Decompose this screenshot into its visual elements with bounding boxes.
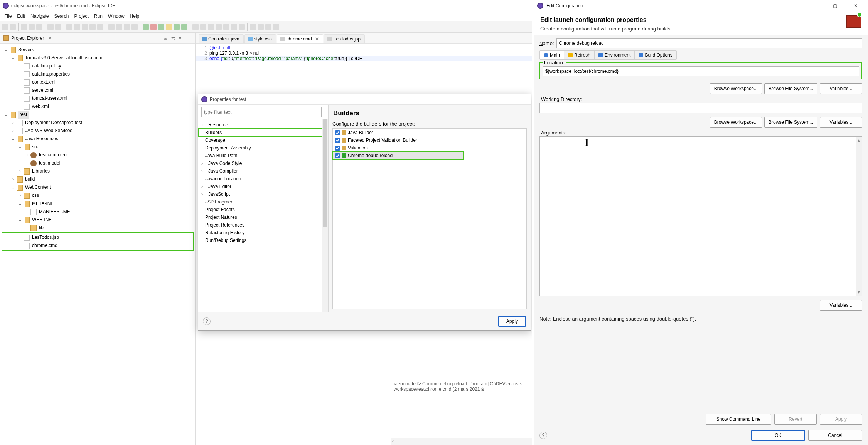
tree-item[interactable]: web.xml <box>2 102 194 111</box>
close-icon[interactable]: ✕ <box>315 36 319 42</box>
toolbar-button[interactable] <box>131 24 138 30</box>
variables-button-wd[interactable]: Variables... <box>820 117 862 128</box>
cfg-tab-build-options[interactable]: Build Options <box>635 51 676 59</box>
close-icon[interactable]: ✕ <box>48 35 52 41</box>
toolbar-button[interactable] <box>273 24 279 30</box>
toolbar-button[interactable] <box>158 24 164 30</box>
help-icon[interactable]: ? <box>539 432 547 439</box>
properties-nav-item[interactable]: Javadoc Location <box>198 175 322 183</box>
working-directory-input[interactable] <box>539 103 862 113</box>
tree-item[interactable]: ›build <box>2 175 194 183</box>
toolbar-button[interactable] <box>36 24 42 30</box>
menu-run[interactable]: Run <box>94 13 103 19</box>
builder-checkbox[interactable] <box>335 130 340 135</box>
apply-button[interactable]: Apply <box>498 316 526 327</box>
properties-nav-item[interactable]: Project Natures <box>198 213 322 221</box>
properties-nav-item[interactable]: Project Facets <box>198 206 322 213</box>
properties-filter-input[interactable] <box>201 107 322 117</box>
toolbar-button[interactable] <box>208 24 214 30</box>
toolbar-button[interactable] <box>97 24 103 30</box>
horizontal-scrollbar[interactable]: ‹ <box>391 438 532 445</box>
browse-filesystem-button[interactable]: Browse File System... <box>764 83 817 94</box>
builder-item[interactable]: Java Builder <box>333 129 526 136</box>
properties-nav-item[interactable]: Java Compiler <box>198 167 322 175</box>
show-command-line-button[interactable]: Show Command Line <box>706 414 771 425</box>
tree-item[interactable]: ⌄Java Resources <box>2 135 194 143</box>
scrollbar[interactable] <box>322 119 328 312</box>
toolbar-button[interactable] <box>200 24 206 30</box>
apply-button[interactable]: Apply <box>820 414 862 425</box>
properties-nav-item[interactable]: Refactoring History <box>198 229 322 237</box>
toolbar-button[interactable] <box>74 24 80 30</box>
location-input[interactable] <box>543 66 859 76</box>
toolbar-button[interactable] <box>55 24 61 30</box>
cfg-tab-refresh[interactable]: Refresh <box>564 51 595 59</box>
toolbar-button[interactable] <box>150 24 157 30</box>
properties-nav-item[interactable]: Project References <box>198 221 322 229</box>
browse-filesystem-button-wd[interactable]: Browse File System... <box>764 117 817 128</box>
tree-item[interactable]: catalina.policy <box>2 62 194 70</box>
tree-item[interactable]: MANIFEST.MF <box>2 208 194 216</box>
menu-navigate[interactable]: Navigate <box>30 13 49 19</box>
toolbar-button[interactable] <box>47 24 54 30</box>
toolbar-button[interactable] <box>10 24 16 30</box>
toolbar-button[interactable] <box>250 24 256 30</box>
properties-nav-item[interactable]: Resource <box>198 121 322 129</box>
menubar[interactable]: File Edit Navigate Search Project Run Wi… <box>0 11 532 21</box>
toolbar-button[interactable] <box>21 24 27 30</box>
editor-tab-controleur[interactable]: Controleur.java <box>199 34 244 43</box>
tree-item[interactable]: context.xml <box>2 78 194 86</box>
tree-item-test[interactable]: ⌄test <box>2 111 194 119</box>
scrollbar[interactable]: ▴▾ <box>856 137 862 296</box>
tree-item[interactable]: LesTodos.jsp <box>2 233 194 242</box>
cancel-button[interactable]: Cancel <box>808 430 862 441</box>
tree-item[interactable]: ›JAX-WS Web Services <box>2 127 194 135</box>
properties-nav-item[interactable]: Deployment Assembly <box>198 144 322 152</box>
menu-search[interactable]: Search <box>54 13 69 19</box>
toolbar-button[interactable] <box>66 24 72 30</box>
revert-button[interactable]: Revert <box>774 414 817 425</box>
builder-item-chrome[interactable]: Chrome debug reload <box>333 152 464 160</box>
close-button[interactable]: ✕ <box>847 0 865 11</box>
properties-nav-item[interactable]: JavaScript <box>198 190 322 198</box>
ok-button[interactable]: OK <box>751 430 805 441</box>
toolbar-button[interactable] <box>89 24 96 30</box>
editor-tab-chrome[interactable]: chrome.cmd✕ <box>277 34 323 43</box>
builder-item[interactable]: Faceted Project Validation Builder <box>333 136 526 144</box>
tree-item-servers[interactable]: ⌄Servers <box>2 46 194 54</box>
tree-item[interactable]: ›Deployment Descriptor: test <box>2 119 194 127</box>
builder-checkbox[interactable] <box>335 153 340 158</box>
scrollbar-thumb[interactable] <box>323 119 327 227</box>
toolbar-button[interactable] <box>216 24 222 30</box>
tree-item[interactable]: ›css <box>2 191 194 200</box>
toolbar-button[interactable] <box>231 24 237 30</box>
variables-button-args[interactable]: Variables... <box>820 300 862 311</box>
menu-help[interactable]: Help <box>130 13 140 19</box>
toolbar-button[interactable] <box>143 24 149 30</box>
toolbar-button[interactable] <box>82 24 88 30</box>
minimize-button[interactable]: — <box>805 0 823 11</box>
tree-item[interactable]: catalina.properties <box>2 70 194 78</box>
builder-checkbox[interactable] <box>335 138 340 143</box>
toolbar-button[interactable] <box>116 24 122 30</box>
variables-button[interactable]: Variables... <box>820 83 862 94</box>
properties-nav-item[interactable]: Java Build Path <box>198 152 322 160</box>
tree-item[interactable]: server.xml <box>2 86 194 94</box>
cfg-tab-main[interactable]: Main <box>540 51 564 59</box>
tree-item[interactable]: ⌄WEB-INF <box>2 216 194 224</box>
builder-item[interactable]: Validation <box>333 144 526 152</box>
browse-workspace-button-wd[interactable]: Browse Workspace... <box>710 117 762 128</box>
toolbar-button[interactable] <box>192 24 199 30</box>
editor-tab-style[interactable]: style.css <box>244 34 276 43</box>
link-editor-icon[interactable]: ⇆ <box>171 35 177 41</box>
builders-list[interactable]: Java Builder Faceted Project Validation … <box>332 128 527 309</box>
view-menu-icon[interactable]: ⋮ <box>187 35 192 41</box>
tree-item[interactable]: ›test.controleur <box>2 151 194 159</box>
properties-nav-item[interactable]: JSP Fragment <box>198 198 322 206</box>
tree-item[interactable]: ›Libraries <box>2 167 194 175</box>
toolbar-button[interactable] <box>29 24 35 30</box>
project-explorer-tree[interactable]: ⌄Servers ⌄Tomcat v9.0 Server at localhos… <box>0 44 195 445</box>
tree-item[interactable]: tomcat-users.xml <box>2 94 194 102</box>
toolbar-button[interactable] <box>174 24 180 30</box>
toolbar-button[interactable] <box>108 24 115 30</box>
